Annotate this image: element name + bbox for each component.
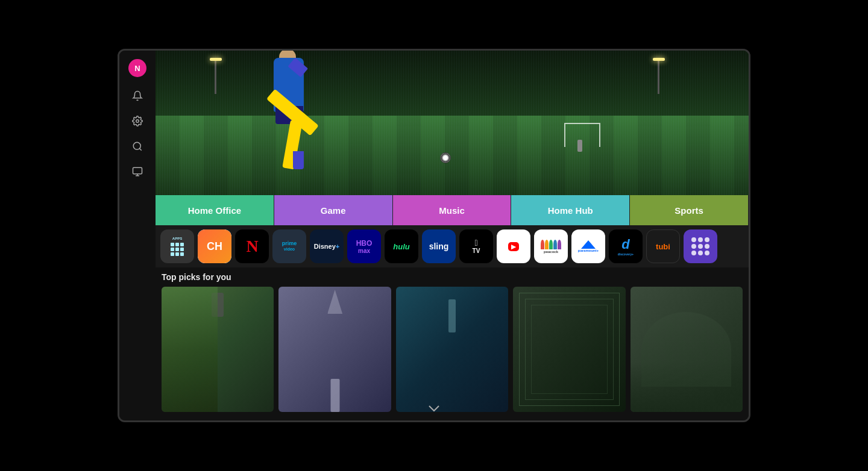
app-apple-tv[interactable]:  TV	[459, 229, 493, 263]
app-hbo-max[interactable]: HBO max	[347, 229, 381, 263]
app-paramount-plus[interactable]: paramount+	[571, 229, 605, 263]
picks-title: Top picks for you	[162, 272, 743, 282]
app-hulu[interactable]: hulu	[385, 229, 418, 263]
pick-card-5[interactable]	[631, 287, 743, 412]
tv-frame: N	[118, 49, 750, 422]
category-music[interactable]: Music	[393, 195, 512, 225]
app-ch[interactable]: CH	[198, 229, 231, 263]
settings-icon[interactable]	[131, 114, 144, 128]
category-home-hub[interactable]: Home Hub	[511, 195, 630, 225]
picks-section: Top picks for you	[156, 267, 749, 420]
category-bar: Home Office Game Music Home Hub Sports	[156, 195, 749, 225]
app-all-apps[interactable]: APPS	[160, 229, 194, 263]
app-netflix[interactable]: N	[235, 229, 269, 263]
pick-card-2[interactable]	[278, 287, 391, 412]
svg-point-1	[133, 142, 140, 149]
app-youtube[interactable]: ▶	[497, 229, 530, 263]
app-peacock[interactable]: peacock	[534, 229, 568, 263]
main-content: Home Office Game Music Home Hub Sports A…	[156, 51, 749, 420]
app-sling[interactable]: sling	[422, 229, 456, 263]
svg-point-0	[136, 120, 139, 123]
avatar[interactable]: N	[128, 59, 146, 77]
picks-grid	[162, 287, 743, 412]
svg-rect-3	[133, 167, 142, 174]
app-more[interactable]	[684, 229, 717, 263]
stadium-light-right	[658, 58, 659, 94]
hero-banner	[156, 51, 749, 195]
app-prime-video[interactable]: prime video	[272, 229, 306, 263]
app-tubi[interactable]: tubi	[646, 229, 680, 263]
pick-card-1[interactable]	[162, 287, 274, 412]
app-discovery-plus[interactable]: d discovery+	[609, 229, 643, 263]
app-disney-plus[interactable]: Disney+	[310, 229, 344, 263]
pick-card-4[interactable]	[513, 287, 625, 412]
search-icon[interactable]	[131, 140, 144, 153]
svg-line-2	[139, 148, 141, 150]
stadium-light-left	[215, 58, 216, 94]
bell-icon[interactable]	[131, 89, 144, 102]
scroll-chevron	[428, 404, 440, 414]
category-home-office[interactable]: Home Office	[156, 195, 274, 225]
sidebar: N	[119, 51, 156, 420]
apps-row: APPS CH N prime video	[156, 225, 749, 267]
category-sports[interactable]: Sports	[630, 195, 749, 225]
category-game[interactable]: Game	[274, 195, 393, 225]
goalkeeper	[577, 140, 582, 152]
pick-card-3[interactable]	[396, 287, 508, 412]
profile-icon[interactable]	[131, 165, 144, 178]
player-silhouette	[245, 58, 341, 190]
